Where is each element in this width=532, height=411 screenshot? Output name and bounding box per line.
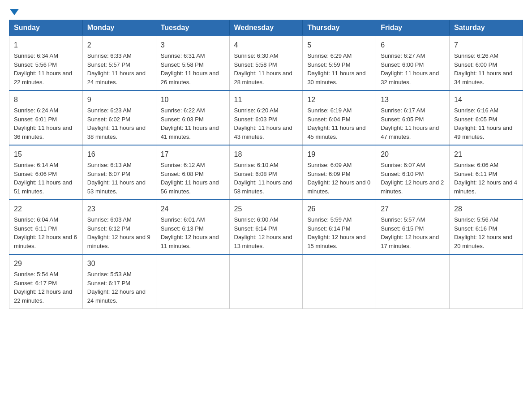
day-sunset: Sunset: 6:14 PM — [307, 225, 350, 232]
day-sunrise: Sunrise: 6:19 AM — [307, 107, 352, 114]
day-daylight: Daylight: 11 hours and 30 minutes. — [307, 70, 365, 86]
day-daylight: Daylight: 11 hours and 51 minutes. — [14, 179, 72, 195]
day-sunrise: Sunrise: 6:16 AM — [454, 107, 498, 114]
calendar-cell: 9 Sunrise: 6:23 AM Sunset: 6:02 PM Dayli… — [82, 90, 156, 145]
day-sunset: Sunset: 6:05 PM — [454, 116, 497, 123]
calendar-cell: 19 Sunrise: 6:09 AM Sunset: 6:09 PM Dayl… — [303, 145, 376, 200]
day-sunset: Sunset: 6:16 PM — [454, 225, 497, 232]
day-number: 30 — [87, 258, 151, 269]
calendar-cell: 26 Sunrise: 5:59 AM Sunset: 6:14 PM Dayl… — [303, 200, 376, 254]
day-sunset: Sunset: 6:11 PM — [14, 225, 57, 232]
calendar-cell: 25 Sunrise: 6:00 AM Sunset: 6:14 PM Dayl… — [229, 200, 303, 254]
day-daylight: Daylight: 11 hours and 41 minutes. — [161, 124, 219, 140]
day-sunset: Sunset: 6:09 PM — [307, 171, 350, 177]
day-sunset: Sunset: 6:00 PM — [381, 61, 424, 68]
day-number: 8 — [14, 94, 78, 105]
day-number: 7 — [454, 40, 518, 51]
calendar-cell: 11 Sunrise: 6:20 AM Sunset: 6:03 PM Dayl… — [229, 90, 303, 145]
day-sunset: Sunset: 6:15 PM — [381, 225, 424, 232]
day-number: 14 — [454, 94, 518, 105]
day-number: 21 — [454, 149, 518, 160]
day-sunset: Sunset: 6:04 PM — [307, 116, 350, 123]
day-number: 16 — [87, 149, 151, 160]
day-daylight: Daylight: 12 hours and 9 minutes. — [87, 234, 150, 249]
calendar-cell: 10 Sunrise: 6:22 AM Sunset: 6:03 PM Dayl… — [156, 90, 229, 145]
day-sunset: Sunset: 6:07 PM — [87, 171, 130, 177]
day-sunset: Sunset: 6:08 PM — [234, 171, 277, 177]
day-daylight: Daylight: 11 hours and 26 minutes. — [161, 70, 219, 86]
calendar-cell: 3 Sunrise: 6:31 AM Sunset: 5:58 PM Dayli… — [156, 36, 229, 90]
calendar-cell: 14 Sunrise: 6:16 AM Sunset: 6:05 PM Dayl… — [450, 90, 523, 145]
calendar-cell: 7 Sunrise: 6:26 AM Sunset: 6:00 PM Dayli… — [450, 36, 523, 90]
day-number: 25 — [234, 204, 298, 214]
week-row-5: 29 Sunrise: 5:54 AM Sunset: 6:17 PM Dayl… — [9, 254, 523, 309]
day-number: 15 — [14, 149, 78, 160]
calendar-cell: 8 Sunrise: 6:24 AM Sunset: 6:01 PM Dayli… — [9, 90, 83, 145]
day-daylight: Daylight: 11 hours and 45 minutes. — [307, 124, 365, 140]
day-daylight: Daylight: 11 hours and 49 minutes. — [454, 124, 512, 140]
logo — [9, 9, 19, 15]
day-number: 18 — [234, 149, 298, 160]
day-sunset: Sunset: 6:17 PM — [87, 280, 130, 287]
calendar-cell: 5 Sunrise: 6:29 AM Sunset: 5:59 PM Dayli… — [303, 36, 376, 90]
day-sunrise: Sunrise: 6:20 AM — [234, 107, 279, 114]
day-daylight: Daylight: 11 hours and 53 minutes. — [87, 179, 146, 195]
day-sunrise: Sunrise: 6:31 AM — [161, 52, 205, 59]
day-number: 22 — [14, 204, 78, 214]
calendar-cell: 23 Sunrise: 6:03 AM Sunset: 6:12 PM Dayl… — [82, 200, 156, 254]
calendar-cell: 28 Sunrise: 5:56 AM Sunset: 6:16 PM Dayl… — [450, 200, 523, 254]
calendar-cell: 22 Sunrise: 6:04 AM Sunset: 6:11 PM Dayl… — [9, 200, 83, 254]
week-row-1: 1 Sunrise: 6:34 AM Sunset: 5:56 PM Dayli… — [9, 36, 523, 90]
calendar-cell: 4 Sunrise: 6:30 AM Sunset: 5:58 PM Dayli… — [229, 36, 303, 90]
day-sunrise: Sunrise: 5:54 AM — [14, 271, 58, 278]
day-sunset: Sunset: 6:03 PM — [161, 116, 204, 123]
header-row: SundayMondayTuesdayWednesdayThursdayFrid… — [9, 20, 523, 36]
day-daylight: Daylight: 11 hours and 32 minutes. — [381, 70, 439, 86]
day-daylight: Daylight: 11 hours and 58 minutes. — [234, 179, 292, 195]
calendar-cell — [303, 254, 376, 309]
calendar-cell: 6 Sunrise: 6:27 AM Sunset: 6:00 PM Dayli… — [376, 36, 450, 90]
day-sunrise: Sunrise: 6:14 AM — [14, 162, 58, 168]
day-sunrise: Sunrise: 6:17 AM — [381, 107, 425, 114]
day-number: 23 — [87, 204, 151, 214]
day-sunset: Sunset: 5:58 PM — [234, 61, 277, 68]
calendar-cell: 29 Sunrise: 5:54 AM Sunset: 6:17 PM Dayl… — [9, 254, 83, 309]
day-number: 26 — [307, 204, 371, 214]
header-wednesday: Wednesday — [229, 20, 303, 36]
day-number: 27 — [381, 204, 445, 214]
day-sunrise: Sunrise: 5:53 AM — [87, 271, 132, 278]
header-saturday: Saturday — [450, 20, 523, 36]
day-number: 6 — [381, 40, 445, 51]
day-number: 28 — [454, 204, 518, 214]
header-thursday: Thursday — [303, 20, 376, 36]
day-sunrise: Sunrise: 6:00 AM — [234, 216, 279, 223]
day-sunset: Sunset: 5:58 PM — [161, 61, 204, 68]
calendar-cell: 17 Sunrise: 6:12 AM Sunset: 6:08 PM Dayl… — [156, 145, 229, 200]
day-number: 2 — [87, 40, 151, 51]
day-number: 1 — [14, 40, 78, 51]
day-daylight: Daylight: 12 hours and 15 minutes. — [307, 234, 365, 249]
day-daylight: Daylight: 11 hours and 56 minutes. — [161, 179, 219, 195]
day-daylight: Daylight: 12 hours and 4 minutes. — [454, 179, 517, 195]
day-sunrise: Sunrise: 6:04 AM — [14, 216, 58, 223]
day-sunrise: Sunrise: 6:24 AM — [14, 107, 58, 114]
day-sunrise: Sunrise: 6:12 AM — [161, 162, 205, 168]
day-sunrise: Sunrise: 6:06 AM — [454, 162, 498, 168]
day-number: 24 — [161, 204, 225, 214]
day-sunrise: Sunrise: 6:07 AM — [381, 162, 425, 168]
calendar-cell: 13 Sunrise: 6:17 AM Sunset: 6:05 PM Dayl… — [376, 90, 450, 145]
day-number: 13 — [381, 94, 445, 105]
week-row-4: 22 Sunrise: 6:04 AM Sunset: 6:11 PM Dayl… — [9, 200, 523, 254]
calendar-cell: 24 Sunrise: 6:01 AM Sunset: 6:13 PM Dayl… — [156, 200, 229, 254]
calendar-cell: 18 Sunrise: 6:10 AM Sunset: 6:08 PM Dayl… — [229, 145, 303, 200]
day-sunset: Sunset: 6:03 PM — [234, 116, 277, 123]
day-daylight: Daylight: 12 hours and 13 minutes. — [234, 234, 292, 249]
week-row-2: 8 Sunrise: 6:24 AM Sunset: 6:01 PM Dayli… — [9, 90, 523, 145]
day-sunrise: Sunrise: 6:33 AM — [87, 52, 132, 59]
day-daylight: Daylight: 11 hours and 34 minutes. — [454, 70, 512, 86]
calendar-cell: 16 Sunrise: 6:13 AM Sunset: 6:07 PM Dayl… — [82, 145, 156, 200]
day-number: 11 — [234, 94, 298, 105]
day-daylight: Daylight: 11 hours and 43 minutes. — [234, 124, 292, 140]
day-daylight: Daylight: 12 hours and 11 minutes. — [161, 234, 219, 249]
day-daylight: Daylight: 11 hours and 28 minutes. — [234, 70, 292, 86]
